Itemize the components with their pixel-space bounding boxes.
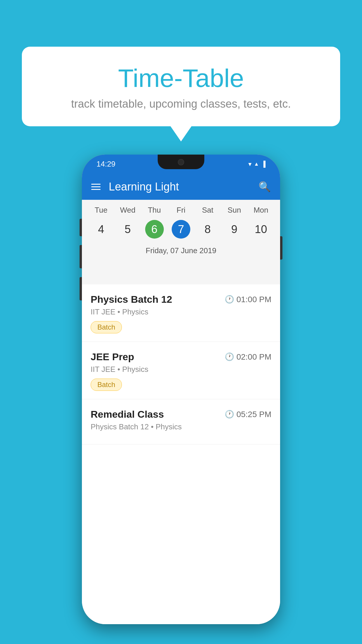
batch-tag-1: Batch <box>91 321 122 333</box>
phone-container: 14:29 ▾ ▲ ▐ Learning Light 🔍 <box>23 155 339 624</box>
schedule-item-physics-batch[interactable]: Physics Batch 12 🕐 01:00 PM IIT JEE • Ph… <box>82 284 280 342</box>
schedule-item-jee-prep[interactable]: JEE Prep 🕐 02:00 PM IIT JEE • Physics Ba… <box>82 342 280 399</box>
date-row: 4 5 6 7 8 9 <box>82 216 280 243</box>
search-icon[interactable]: 🔍 <box>259 181 271 192</box>
schedule-list: Physics Batch 12 🕐 01:00 PM IIT JEE • Ph… <box>82 284 280 624</box>
bubble-title: Time-Table <box>34 64 328 92</box>
front-camera <box>178 159 184 165</box>
schedule-item-remedial[interactable]: Remedial Class 🕐 05:25 PM Physics Batch … <box>82 399 280 444</box>
day-mon: Mon <box>248 206 274 215</box>
app-bar: Learning Light 🔍 <box>82 174 280 200</box>
schedule-item-header-3: Remedial Class 🕐 05:25 PM <box>91 409 271 420</box>
clock-icon-3: 🕐 <box>225 410 234 419</box>
schedule-subtitle-2: IIT JEE • Physics <box>91 365 271 374</box>
speech-bubble: Time-Table track timetable, upcoming cla… <box>22 47 340 126</box>
batch-tag-2: Batch <box>91 379 122 391</box>
schedule-time-3: 🕐 05:25 PM <box>225 410 271 419</box>
signal-icon: ▲ <box>254 161 259 167</box>
day-sat: Sat <box>194 206 221 215</box>
schedule-subtitle-1: IIT JEE • Physics <box>91 307 271 316</box>
phone-notch <box>158 155 204 169</box>
schedule-title-2: JEE Prep <box>91 351 134 363</box>
time-value-3: 05:25 PM <box>236 410 271 419</box>
app-title: Learning Light <box>109 181 250 193</box>
volume-up-button <box>80 245 82 268</box>
power-button <box>280 236 282 260</box>
phone-mockup: 14:29 ▾ ▲ ▐ Learning Light 🔍 <box>82 155 280 624</box>
schedule-time-1: 🕐 01:00 PM <box>225 295 271 304</box>
day-sun: Sun <box>221 206 247 215</box>
battery-icon: ▐ <box>261 161 266 167</box>
date-4[interactable]: 4 <box>88 218 114 241</box>
schedule-time-2: 🕐 02:00 PM <box>225 352 271 362</box>
date-5[interactable]: 5 <box>114 218 141 241</box>
schedule-item-header-2: JEE Prep 🕐 02:00 PM <box>91 351 271 363</box>
schedule-item-header-1: Physics Batch 12 🕐 01:00 PM <box>91 294 271 305</box>
date-10[interactable]: 10 <box>248 218 274 241</box>
date-6-today[interactable]: 6 <box>141 218 168 241</box>
calendar-section: Tue Wed Thu Fri Sat Sun Mon 4 5 <box>82 200 280 260</box>
clock-icon-1: 🕐 <box>225 295 234 304</box>
day-tue: Tue <box>88 206 114 215</box>
selected-date-label: Friday, 07 June 2019 <box>82 243 280 260</box>
clock-icon-2: 🕐 <box>225 352 234 361</box>
day-fri: Fri <box>168 206 194 215</box>
time-value-1: 01:00 PM <box>236 295 271 304</box>
date-9[interactable]: 9 <box>221 218 247 241</box>
wifi-icon: ▾ <box>248 160 252 168</box>
schedule-title-1: Physics Batch 12 <box>91 294 172 305</box>
bubble-subtitle: track timetable, upcoming classes, tests… <box>34 98 328 110</box>
date-8[interactable]: 8 <box>194 218 221 241</box>
day-wed: Wed <box>114 206 141 215</box>
menu-button[interactable] <box>91 184 101 190</box>
phone-screen: 14:29 ▾ ▲ ▐ Learning Light 🔍 <box>82 155 280 624</box>
day-thu: Thu <box>141 206 168 215</box>
mute-button <box>80 219 82 236</box>
day-headers: Tue Wed Thu Fri Sat Sun Mon <box>82 200 280 216</box>
date-7-selected[interactable]: 7 <box>168 218 194 241</box>
volume-down-button <box>80 277 82 300</box>
time-value-2: 02:00 PM <box>236 352 271 362</box>
schedule-subtitle-3: Physics Batch 12 • Physics <box>91 422 271 431</box>
status-icons: ▾ ▲ ▐ <box>248 160 266 168</box>
speech-bubble-container: Time-Table track timetable, upcoming cla… <box>22 47 340 126</box>
schedule-title-3: Remedial Class <box>91 409 164 420</box>
